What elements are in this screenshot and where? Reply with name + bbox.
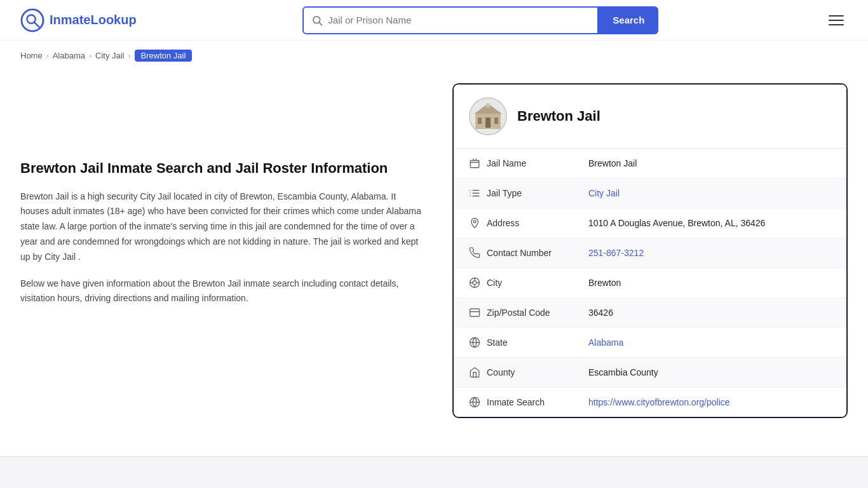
row-label: Jail Type	[487, 188, 588, 198]
row-label: Address	[487, 218, 588, 228]
search-bar: Search	[302, 6, 658, 34]
row-value: Escambia County	[588, 367, 831, 377]
county-icon	[469, 367, 487, 378]
svg-rect-29	[470, 309, 480, 316]
table-row: CountyEscambia County	[454, 358, 846, 388]
svg-rect-7	[485, 118, 491, 128]
chevron-icon-2: ›	[89, 51, 92, 60]
table-row: Contact Number251-867-3212	[454, 238, 846, 268]
table-row: Zip/Postal Code36426	[454, 298, 846, 328]
search-button[interactable]: Search	[599, 6, 658, 34]
svg-line-2	[34, 22, 39, 27]
row-label: Contact Number	[487, 248, 588, 258]
row-link[interactable]: https://www.cityofbrewton.org/police	[588, 397, 730, 407]
row-value: Brewton	[588, 278, 831, 288]
header: InmateLookup Search	[0, 0, 868, 41]
breadcrumb-city-jail[interactable]: City Jail	[95, 51, 125, 60]
card-header: Brewton Jail	[454, 85, 846, 149]
footer	[0, 456, 868, 488]
table-row: Jail NameBrewton Jail	[454, 149, 846, 179]
hamburger-line-3	[829, 24, 844, 25]
info-card: Brewton Jail Jail NameBrewton JailJail T…	[452, 83, 848, 418]
info-rows: Jail NameBrewton JailJail TypeCity JailA…	[454, 149, 846, 417]
web-icon	[469, 396, 487, 408]
row-link[interactable]: Alabama	[588, 337, 623, 348]
zip-icon	[469, 307, 487, 318]
breadcrumb-current: Brewton Jail	[135, 50, 193, 62]
card-title: Brewton Jail	[517, 108, 600, 125]
table-row: CityBrewton	[454, 268, 846, 298]
logo-icon	[20, 8, 44, 32]
svg-rect-12	[470, 161, 479, 168]
chevron-icon-1: ›	[46, 51, 49, 60]
breadcrumb-home[interactable]: Home	[20, 51, 43, 60]
svg-point-24	[473, 281, 477, 285]
table-row: StateAlabama	[454, 328, 846, 358]
svg-rect-6	[478, 118, 482, 124]
svg-point-11	[486, 103, 490, 107]
row-value: 36426	[588, 308, 831, 318]
page-description-1: Brewton Jail is a high security City Jai…	[20, 189, 427, 265]
row-link[interactable]: 251-867-3212	[588, 248, 644, 258]
row-value: Brewton Jail	[588, 158, 831, 168]
row-value: 1010 A Douglas Avenue, Brewton, AL, 3642…	[588, 218, 831, 228]
hamburger-line-2	[829, 20, 844, 21]
row-label: State	[487, 337, 588, 348]
row-label: Zip/Postal Code	[487, 308, 588, 318]
row-label: City	[487, 278, 588, 288]
page-description-2: Below we have given information about th…	[20, 276, 427, 307]
chevron-icon-3: ›	[128, 51, 131, 60]
hamburger-menu[interactable]	[825, 11, 848, 29]
phone-icon	[469, 247, 487, 259]
search-input[interactable]	[328, 15, 590, 25]
row-label: Inmate Search	[487, 397, 588, 407]
address-icon	[469, 217, 487, 229]
row-value[interactable]: Alabama	[588, 337, 831, 348]
breadcrumb: Home › Alabama › City Jail › Brewton Jai…	[0, 41, 868, 71]
table-row: Address1010 A Douglas Avenue, Brewton, A…	[454, 208, 846, 238]
jail-icon	[469, 158, 487, 169]
state-icon	[469, 337, 487, 348]
jail-building-icon	[471, 100, 505, 133]
logo-text: InmateLookup	[50, 13, 137, 27]
row-value[interactable]: 251-867-3212	[588, 248, 831, 258]
row-label: County	[487, 367, 588, 377]
hamburger-line-1	[829, 15, 844, 17]
svg-point-22	[473, 220, 476, 223]
row-value[interactable]: https://www.cityofbrewton.org/police	[588, 397, 831, 407]
page-title: Brewton Jail Inmate Search and Jail Rost…	[20, 159, 427, 178]
svg-line-4	[320, 22, 322, 25]
row-value[interactable]: City Jail	[588, 188, 831, 198]
type-icon	[469, 187, 487, 199]
svg-rect-8	[494, 118, 498, 124]
breadcrumb-alabama[interactable]: Alabama	[53, 51, 85, 60]
main-content: Brewton Jail Inmate Search and Jail Rost…	[0, 71, 868, 444]
left-content: Brewton Jail Inmate Search and Jail Rost…	[20, 83, 427, 418]
search-icon	[311, 15, 323, 26]
table-row: Inmate Searchhttps://www.cityofbrewton.o…	[454, 388, 846, 417]
logo[interactable]: InmateLookup	[20, 8, 137, 32]
jail-avatar	[469, 97, 507, 135]
row-link[interactable]: City Jail	[588, 188, 620, 198]
table-row: Jail TypeCity Jail	[454, 179, 846, 208]
city-icon	[469, 277, 487, 288]
svg-point-0	[22, 9, 43, 30]
row-label: Jail Name	[487, 158, 588, 168]
search-input-wrapper	[302, 6, 599, 34]
